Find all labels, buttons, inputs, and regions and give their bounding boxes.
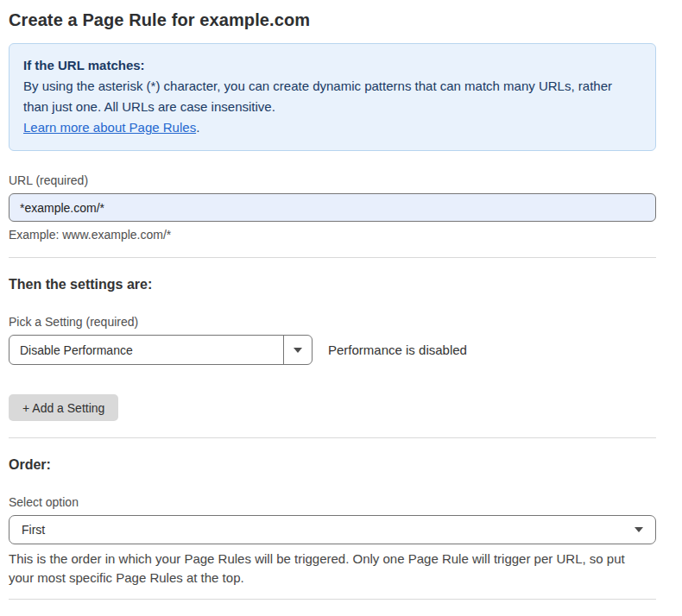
create-page-rule-form: Create a Page Rule for example.com If th… <box>0 0 682 616</box>
url-field-label: URL (required) <box>9 173 656 187</box>
caret-down-icon <box>635 527 643 532</box>
learn-more-page-rules-link[interactable]: Learn more about Page Rules <box>23 120 196 135</box>
order-select-value: First <box>22 523 45 537</box>
url-example-text: Example: www.example.com/* <box>9 228 656 242</box>
order-section-heading: Order: <box>9 457 656 473</box>
page-title: Create a Page Rule for example.com <box>9 10 656 30</box>
setting-select-arrow-button[interactable] <box>283 336 312 364</box>
setting-select-dropdown[interactable]: Disable Performance <box>9 335 313 365</box>
caret-down-icon <box>294 348 302 353</box>
order-select-dropdown[interactable]: First <box>9 515 656 544</box>
order-select-label: Select option <box>9 495 656 509</box>
info-box-body: By using the asterisk (*) character, you… <box>23 76 628 117</box>
url-matches-info-box: If the URL matches: By using the asteris… <box>9 43 656 151</box>
order-help-text: This is the order in which your Page Rul… <box>9 550 652 588</box>
add-setting-button[interactable]: + Add a Setting <box>9 394 118 421</box>
setting-select-value: Disable Performance <box>9 336 283 364</box>
settings-section-heading: Then the settings are: <box>9 277 656 292</box>
link-period: . <box>196 120 199 135</box>
divider <box>9 599 656 600</box>
url-input[interactable] <box>9 193 656 222</box>
pick-setting-label: Pick a Setting (required) <box>9 315 656 329</box>
info-box-body-text: By using the asterisk (*) character, you… <box>23 79 612 114</box>
divider <box>9 437 656 438</box>
info-box-heading: If the URL matches: <box>23 55 641 76</box>
setting-status-text: Performance is disabled <box>328 343 467 357</box>
divider <box>9 257 656 258</box>
info-box-link-line: Learn more about Page Rules. <box>23 117 641 138</box>
setting-row: Disable Performance Performance is disab… <box>9 335 656 365</box>
